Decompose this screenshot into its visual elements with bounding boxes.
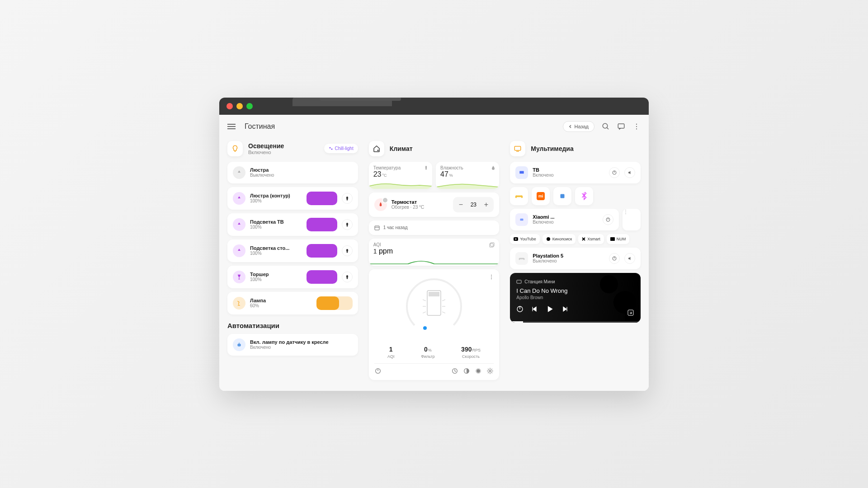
- brightness-slider[interactable]: [307, 218, 337, 231]
- light-chandelier[interactable]: Люстра Выключено: [227, 162, 358, 183]
- temp-plus[interactable]: +: [480, 199, 492, 211]
- svg-point-61: [547, 237, 550, 241]
- prev-track-icon[interactable]: [531, 305, 538, 313]
- svg-point-40: [423, 326, 427, 330]
- mi-icon[interactable]: mi: [532, 187, 550, 205]
- automation-title: Автоматизации: [227, 322, 358, 329]
- settings-icon[interactable]: [486, 367, 494, 375]
- search-icon[interactable]: [602, 122, 610, 131]
- svg-rect-27: [490, 244, 493, 247]
- lighting-icon: [227, 141, 243, 156]
- humidity-card[interactable]: Влажность 47%: [436, 162, 499, 189]
- player-power-icon[interactable]: [516, 305, 524, 313]
- color-button[interactable]: [342, 219, 353, 230]
- play-icon[interactable]: [545, 305, 554, 314]
- player-progress[interactable]: [510, 321, 641, 323]
- droplet-icon: [491, 165, 495, 170]
- color-button[interactable]: [342, 272, 353, 282]
- more-icon[interactable]: [488, 274, 495, 280]
- svc-kinopoisk[interactable]: Кинопоиск: [542, 234, 576, 244]
- timer-icon[interactable]: [451, 367, 458, 375]
- power-button[interactable]: [609, 167, 620, 178]
- copy-icon[interactable]: [489, 242, 495, 249]
- svg-rect-54: [520, 218, 524, 221]
- svg-point-8: [331, 148, 332, 150]
- svg-point-30: [491, 278, 492, 279]
- power-button[interactable]: [609, 253, 620, 264]
- temp-stepper: − 23 +: [453, 197, 494, 212]
- floor-lamp-icon: [233, 271, 245, 283]
- back-button[interactable]: Назад: [563, 121, 594, 132]
- device-icon[interactable]: [553, 187, 571, 205]
- close-dot[interactable]: [226, 103, 233, 109]
- svg-point-59: [625, 213, 626, 214]
- menu-icon[interactable]: [227, 122, 236, 131]
- svc-youtube[interactable]: YouTube: [510, 234, 539, 244]
- temp-minus[interactable]: −: [455, 199, 467, 211]
- light-lamp[interactable]: Лампа 60%: [227, 292, 358, 314]
- color-button[interactable]: [342, 193, 353, 204]
- volume-button[interactable]: [624, 253, 635, 264]
- svg-point-28: [491, 275, 492, 276]
- schedule-card[interactable]: 1 час назад: [369, 221, 500, 235]
- gamepad-icon[interactable]: [510, 187, 528, 205]
- climate-icon: [369, 141, 384, 156]
- svg-rect-24: [375, 226, 379, 230]
- svc-xsmart[interactable]: Xsmart: [578, 234, 604, 244]
- climate-title: Климат: [390, 145, 500, 152]
- contrast-icon[interactable]: [463, 367, 470, 375]
- power-button[interactable]: [603, 214, 613, 225]
- svg-point-21: [377, 150, 378, 151]
- brightness-slider[interactable]: [307, 270, 337, 284]
- page-title: Гостиная: [245, 122, 275, 131]
- color-button[interactable]: [342, 245, 353, 256]
- chat-icon[interactable]: [617, 122, 625, 131]
- light-table-backlight[interactable]: Подсветка сто... 100%: [227, 239, 358, 262]
- maximize-dot[interactable]: [246, 103, 253, 109]
- media-column: Мультимедиа ТВ Включено: [510, 141, 641, 380]
- xiaomi-card[interactable]: Xiaomi ... Включено: [510, 209, 619, 230]
- volume-button[interactable]: [624, 167, 635, 178]
- svg-point-31: [407, 279, 461, 333]
- night-mode-icon[interactable]: [439, 367, 447, 375]
- more-icon[interactable]: [632, 122, 641, 131]
- svc-num[interactable]: NUM: [607, 234, 630, 244]
- tv-icon: [515, 166, 528, 179]
- auto-mode-icon[interactable]: [475, 367, 482, 375]
- power-icon[interactable]: [374, 367, 382, 375]
- bulb-icon: [233, 218, 245, 231]
- light-tv-backlight[interactable]: Подсветка ТВ 100%: [227, 213, 358, 236]
- climate-column: Климат Температура 23°C Влажность 47%: [369, 141, 500, 380]
- brightness-slider[interactable]: [307, 192, 337, 205]
- light-floor-lamp[interactable]: Торшер 100%: [227, 266, 358, 288]
- browser-tab[interactable]: [292, 98, 392, 106]
- bluetooth-icon[interactable]: [575, 187, 593, 205]
- svg-rect-22: [425, 166, 427, 169]
- tv-card[interactable]: ТВ Включено: [510, 162, 641, 183]
- titlebar: [219, 98, 649, 115]
- svg-rect-50: [520, 171, 524, 174]
- svg-point-58: [625, 211, 626, 212]
- scene-chip[interactable]: Chill-light: [324, 144, 358, 153]
- svg-point-47: [489, 370, 491, 372]
- brightness-slider[interactable]: [316, 296, 353, 310]
- app-window: Гостиная Назад Освещение: [219, 98, 649, 391]
- light-chandelier-contour[interactable]: Люстра (контур) 100%: [227, 187, 358, 210]
- ps5-card[interactable]: Playstation 5 Выключено: [510, 248, 641, 269]
- minimize-dot[interactable]: [236, 103, 243, 109]
- automation-item[interactable]: Вкл. лампу по датчику в кресле Включено: [227, 334, 358, 356]
- more-device-icon[interactable]: [623, 209, 641, 230]
- svg-rect-9: [346, 197, 348, 199]
- hum-sparkline: [436, 178, 499, 189]
- purifier-dial[interactable]: [402, 275, 466, 338]
- svg-rect-2: [618, 124, 624, 128]
- aqi-card[interactable]: AQI 1 ppm: [369, 239, 500, 266]
- media-icon: [510, 141, 525, 156]
- svg-point-45: [476, 369, 480, 373]
- next-track-icon[interactable]: [561, 305, 569, 313]
- expand-icon[interactable]: [627, 309, 634, 316]
- temperature-card[interactable]: Температура 23°C: [369, 162, 432, 189]
- svg-line-39: [442, 312, 445, 313]
- svg-line-37: [442, 300, 445, 301]
- brightness-slider[interactable]: [307, 244, 337, 258]
